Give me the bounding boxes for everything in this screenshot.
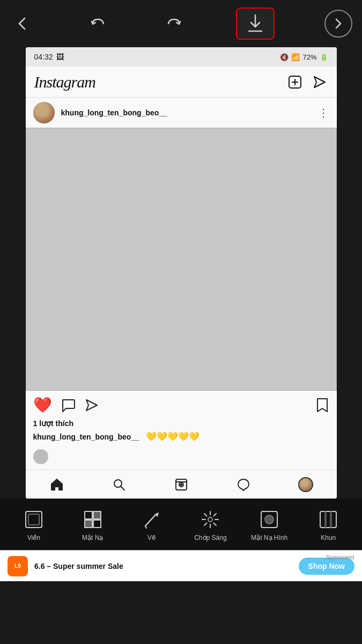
ig-header-icons xyxy=(286,74,328,91)
top-toolbar xyxy=(0,0,362,47)
avatar[interactable] xyxy=(33,102,55,123)
post-header-left: khung_long_ten_bong_beo__ xyxy=(33,102,167,123)
more-options-button[interactable]: ⋮ xyxy=(318,106,329,119)
post-actions: ❤️ xyxy=(26,391,337,417)
lazada-logo: L9 xyxy=(8,556,28,576)
svg-line-29 xyxy=(214,514,217,516)
svg-rect-16 xyxy=(85,511,92,519)
mat-na-label: Mặt Nạ xyxy=(82,534,103,541)
caption-emojis: 💛💛💛💛💛 xyxy=(146,432,200,441)
vien-icon xyxy=(22,508,46,531)
nav-home[interactable] xyxy=(45,473,69,496)
battery-display: 72% xyxy=(302,53,316,61)
svg-point-33 xyxy=(265,515,274,524)
save-button[interactable] xyxy=(315,398,329,413)
svg-rect-34 xyxy=(320,511,336,528)
editor-tool-vien[interactable]: Viền xyxy=(12,508,55,541)
like-button[interactable]: ❤️ xyxy=(33,396,52,414)
ve-label: Vẽ xyxy=(147,534,156,541)
editor-tool-chop-sang[interactable]: Chớp Sáng xyxy=(189,508,232,541)
back-button[interactable] xyxy=(10,11,35,36)
phone-screen: 04:32 🖼 🔇 📶 72% 🔋 Instagram xyxy=(26,47,337,499)
nav-reels[interactable] xyxy=(169,473,193,496)
image-indicator: 🖼 xyxy=(56,53,64,61)
svg-rect-36 xyxy=(330,511,332,528)
svg-marker-6 xyxy=(86,400,97,411)
editor-tool-khun[interactable]: Khun xyxy=(307,508,350,541)
nav-activity[interactable] xyxy=(232,473,255,496)
sponsored-label: Sponsored xyxy=(326,554,354,560)
post-caption: khung_long_ten_bong_beo__ 💛💛💛💛💛 xyxy=(26,430,337,447)
forward-button[interactable] xyxy=(324,10,352,38)
svg-line-20 xyxy=(145,514,156,526)
post-image xyxy=(26,128,337,391)
wifi-icon: 📶 xyxy=(291,53,300,61)
editor-tool-mat-na-hinh[interactable]: Mặt Nạ Hình xyxy=(248,508,291,541)
post-likes: 1 lượt thích xyxy=(26,417,337,430)
editor-tool-ve[interactable]: Vẽ xyxy=(130,508,173,541)
time-display: 04:32 xyxy=(34,53,53,61)
profile-avatar xyxy=(298,477,313,492)
svg-marker-21 xyxy=(156,513,158,516)
lazada-logo-text: L9 xyxy=(14,563,21,569)
chop-sang-label: Chớp Sáng xyxy=(194,534,226,541)
svg-line-22 xyxy=(145,526,146,528)
editor-toolbar: Viền Mặt Nạ Vẽ xyxy=(0,499,362,550)
mat-na-icon xyxy=(81,508,105,531)
new-post-button[interactable] xyxy=(286,74,304,91)
post-actions-left: ❤️ xyxy=(33,396,99,414)
khun-icon xyxy=(316,508,340,531)
svg-rect-18 xyxy=(85,520,92,528)
commenter-avatar xyxy=(33,449,48,464)
mute-icon: 🔇 xyxy=(280,53,289,61)
svg-line-9 xyxy=(121,486,124,490)
nav-profile[interactable] xyxy=(294,473,317,496)
ad-text: 6.6 – Super summer Sale xyxy=(34,562,292,570)
instagram-logo: Instagram xyxy=(34,73,95,91)
status-bar: 04:32 🖼 🔇 📶 72% 🔋 xyxy=(26,47,337,67)
svg-line-27 xyxy=(204,514,207,516)
post-header: khung_long_ten_bong_beo__ ⋮ xyxy=(26,98,337,128)
svg-line-28 xyxy=(214,523,217,525)
mat-na-hinh-label: Mặt Nạ Hình xyxy=(251,534,287,541)
comment-button[interactable] xyxy=(61,398,76,413)
svg-marker-7 xyxy=(317,399,327,412)
caption-username[interactable]: khung_long_ten_bong_beo__ xyxy=(33,433,139,441)
svg-point-12 xyxy=(180,484,182,485)
svg-point-31 xyxy=(208,517,212,522)
comment-row xyxy=(26,447,337,470)
svg-marker-5 xyxy=(314,77,325,87)
nav-search[interactable] xyxy=(107,473,131,496)
share-button[interactable] xyxy=(84,398,99,413)
redo-button[interactable] xyxy=(161,11,187,36)
editor-tool-mat-na[interactable]: Mặt Nạ xyxy=(71,508,114,541)
download-button[interactable] xyxy=(236,8,275,40)
undo-button[interactable] xyxy=(85,11,111,36)
ad-banner: Sponsored L9 6.6 – Super summer Sale Sho… xyxy=(0,550,362,581)
mat-na-hinh-icon xyxy=(257,508,281,531)
battery-icon: 🔋 xyxy=(320,53,328,61)
svg-rect-17 xyxy=(93,511,101,519)
svg-rect-35 xyxy=(324,511,327,528)
ig-header: Instagram xyxy=(26,67,337,98)
khun-label: Khun xyxy=(321,534,336,541)
svg-rect-15 xyxy=(28,514,39,525)
svg-rect-19 xyxy=(93,520,101,528)
ve-icon xyxy=(140,508,164,531)
ig-bottom-nav xyxy=(26,470,337,499)
chop-sang-icon xyxy=(198,508,222,531)
messenger-button[interactable] xyxy=(311,74,328,91)
svg-line-30 xyxy=(204,523,207,525)
post-username[interactable]: khung_long_ten_bong_beo__ xyxy=(61,108,167,117)
vien-label: Viền xyxy=(27,534,40,541)
